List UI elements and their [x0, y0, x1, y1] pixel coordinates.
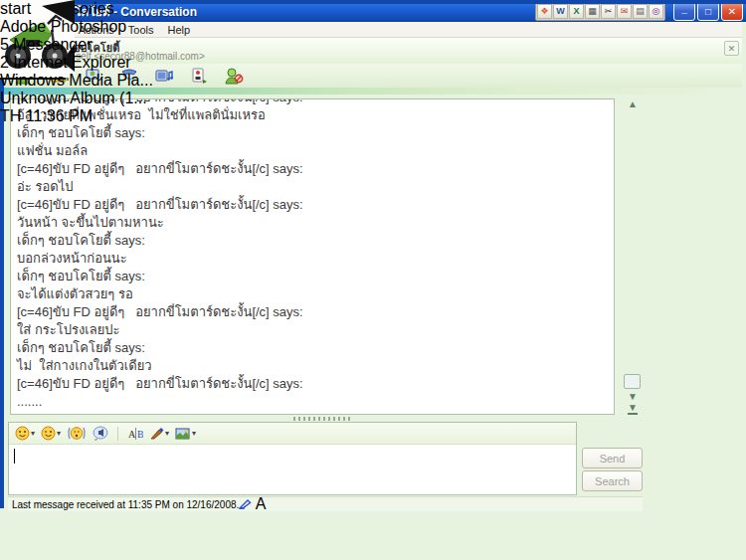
- office-shortcut-icon[interactable]: ✉: [617, 4, 632, 19]
- office-icon-glyph: ❖: [540, 7, 548, 16]
- start-label: start: [0, 0, 31, 17]
- taskbar-button[interactable]: 5 Messenger: [0, 36, 153, 54]
- emoticon-icon[interactable]: [15, 426, 35, 441]
- system-tray: TH 11:36 PM: [0, 107, 153, 125]
- video-icon[interactable]: [153, 66, 175, 86]
- message-line: วันหน้า จะขึ้นไปตามหานะ: [17, 214, 614, 232]
- office-icon-glyph: ◎: [653, 7, 660, 16]
- taskbar-buttons: Adobe Photoshop 5 Messenger 2 Internet E…: [0, 18, 153, 107]
- message-input[interactable]: [9, 445, 576, 496]
- wink-dropdown-caret[interactable]: [57, 429, 61, 438]
- search-button[interactable]: Search: [582, 470, 643, 491]
- block-icon[interactable]: [223, 66, 245, 86]
- last-message-status: Last message received at 11:35 PM on 12/…: [12, 499, 239, 510]
- taskbar-clock[interactable]: 11:36 PM: [26, 107, 93, 124]
- office-shortcut-icon[interactable]: ▦: [585, 4, 600, 19]
- taskbar-button-label: Adobe Photoshop: [0, 18, 126, 35]
- background-icon[interactable]: [175, 427, 196, 441]
- message-line: อ่ะ รอดไป: [17, 178, 614, 196]
- office-icon-glyph: W: [556, 7, 565, 16]
- office-shortcut-icon[interactable]: ◎: [649, 4, 663, 19]
- block-glyph: [224, 67, 244, 85]
- office-icon-glyph: X: [573, 7, 579, 16]
- taskbar-button[interactable]: Windows Media Pla...: [0, 72, 153, 90]
- text-format-toggle-icon[interactable]: A: [256, 495, 267, 512]
- message-line: [c=46]ขับ FD อยู่ดีๆ อยากขี่โมตาร์ดชะงั้…: [17, 303, 614, 321]
- message-input-area: A B: [8, 422, 577, 495]
- office-shortcut-icon[interactable]: X: [569, 4, 584, 19]
- taskbar-button[interactable]: Adobe Photoshop: [0, 18, 153, 36]
- message-line: [c=46]ขับ FD อยู่ดีๆ อยากขี่โมตาร์ดชะงั้…: [17, 160, 614, 178]
- taskbar-button-label: Windows Media Pla...: [0, 72, 153, 89]
- office-icon-glyph: ✂: [605, 7, 613, 16]
- conversation-statusbar: Last message received at 11:35 PM on 12/…: [8, 496, 643, 511]
- header-close-icon[interactable]: [724, 41, 739, 56]
- scrollbar-thumb[interactable]: [624, 374, 641, 389]
- handwriting-icon[interactable]: [149, 426, 169, 441]
- window-controls: [673, 2, 743, 21]
- voice-clip-icon[interactable]: [93, 426, 108, 441]
- maximize-button[interactable]: [697, 2, 719, 21]
- svg-text:B: B: [137, 429, 143, 440]
- taskbar-button-label: Unknown Album (1...: [0, 90, 147, 106]
- office-icon-glyph: ✉: [621, 7, 629, 16]
- voice-clip-glyph: [93, 426, 108, 441]
- message-line: บอกล่วงหน้าก่อนนะ: [17, 250, 614, 268]
- office-shortcut-bar[interactable]: ❖ W X ▦ ✂ ✉ ▤ ◎: [535, 2, 665, 21]
- message-line: จะได้แต่งตัวสวยๆ รอ: [17, 285, 614, 303]
- wink-glyph: [41, 426, 56, 441]
- message-line: เด็กๆ ชอบโคโยตี้ says:: [17, 339, 614, 357]
- taskbar: start Adobe Photoshop 5 Messenger 2 Inte…: [0, 0, 153, 125]
- message-line: ใส่ กระโปรงเลยปะ: [17, 321, 614, 339]
- scroll-to-end-icon[interactable]: [628, 403, 638, 415]
- nudge-glyph: [67, 426, 87, 441]
- handwrite-toggle-icon[interactable]: [239, 497, 252, 509]
- taskbar-button-label: 2 Internet Explorer: [0, 54, 131, 71]
- message-line: .......: [17, 393, 614, 411]
- taskbar-button[interactable]: Unknown Album (1...: [0, 90, 153, 107]
- office-shortcut-icon[interactable]: ❖: [537, 4, 552, 19]
- background-glyph: [175, 427, 191, 441]
- text-cursor: [14, 449, 15, 464]
- format-icons: A: [239, 495, 266, 513]
- nudge-icon[interactable]: [67, 426, 87, 441]
- office-shortcut-icon[interactable]: ✂: [601, 4, 616, 19]
- toolbar-divider: [117, 427, 118, 441]
- handwriting-dropdown-caret[interactable]: [165, 429, 169, 438]
- minimize-button[interactable]: [673, 2, 695, 21]
- taskbar-button[interactable]: 2 Internet Explorer: [0, 54, 153, 72]
- emoticon-dropdown-caret[interactable]: [31, 429, 35, 438]
- splitter-handle[interactable]: [293, 417, 353, 421]
- message-line: [c=46]ขับ FD อยู่ดีๆ อยากขี่โมตาร์ดชะงั้…: [17, 375, 614, 393]
- start-button[interactable]: start: [0, 0, 153, 18]
- input-toolbar: A B: [9, 423, 576, 445]
- message-line: เด็กๆ ชอบโคโยตี้ says:: [17, 268, 614, 285]
- scroll-down-icon[interactable]: [628, 392, 638, 402]
- video-glyph: [154, 67, 174, 85]
- font-glyph: A B: [127, 427, 143, 441]
- emoticon-glyph: [15, 426, 30, 441]
- activities-glyph: [189, 67, 209, 85]
- office-shortcut-icon[interactable]: W: [553, 4, 568, 19]
- send-button[interactable]: Send: [582, 448, 643, 468]
- message-history[interactable]: [c=46]ขับ FD อยู่ดีๆ อยากขี่โมตาร์ดชะงั้…: [10, 98, 615, 415]
- message-line: เด็กๆ ชอบโคโยตี้ says:: [17, 124, 614, 142]
- message-line: ไม่ ใส่กางเกงในตัวเดียว: [17, 357, 614, 375]
- background-dropdown-caret[interactable]: [192, 429, 196, 438]
- office-shortcut-icon[interactable]: ▤: [633, 4, 648, 19]
- svg-text:A: A: [128, 429, 136, 440]
- taskbar-button-label: 5 Messenger: [0, 36, 93, 53]
- scroll-up-icon[interactable]: [628, 99, 638, 109]
- message-line: แฟชั่น มอล์ล: [17, 142, 614, 160]
- message-line: เด็กๆ ชอบโคโยตี้ says:: [17, 232, 614, 250]
- language-indicator[interactable]: TH: [0, 107, 21, 124]
- close-button[interactable]: [721, 2, 743, 21]
- office-icon-glyph: ▤: [636, 7, 645, 16]
- font-icon[interactable]: A B: [127, 427, 143, 441]
- handwriting-glyph: [149, 426, 164, 441]
- menu-item[interactable]: Help: [161, 23, 196, 37]
- wink-icon[interactable]: [41, 426, 61, 441]
- activities-icon[interactable]: [188, 66, 210, 86]
- office-icon-glyph: ▦: [588, 7, 597, 16]
- message-line: [c=46]ขับ FD อยู่ดีๆ อยากขี่โมตาร์ดชะงั้…: [17, 196, 614, 214]
